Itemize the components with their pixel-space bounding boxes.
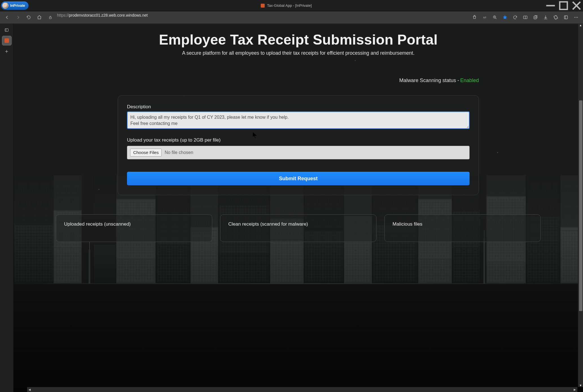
favorite-star-icon[interactable] <box>500 13 510 22</box>
url-scheme: https:// <box>57 13 69 17</box>
choose-files-button[interactable]: Choose Files <box>130 149 162 157</box>
browser-toolbar: https://prodenvstoracc01.z28.web.core.wi… <box>0 11 583 24</box>
avatar <box>2 3 8 9</box>
browser-essentials-icon[interactable] <box>561 13 571 22</box>
vertical-scroll-thumb[interactable] <box>579 100 582 311</box>
horizontal-scrollbar[interactable]: ◀ ▶ <box>27 387 577 392</box>
description-input[interactable] <box>127 111 470 129</box>
forward-button[interactable] <box>13 13 23 22</box>
home-button[interactable] <box>34 13 44 22</box>
file-input[interactable]: Choose Files No file chosen <box>127 146 470 159</box>
tab-favicon-icon <box>5 38 9 43</box>
submit-request-button[interactable]: Submit Request <box>127 172 470 185</box>
window-close-button[interactable] <box>570 0 583 11</box>
scroll-right-arrow-icon[interactable]: ▶ <box>572 387 577 392</box>
site-lock-icon[interactable] <box>46 14 54 21</box>
svg-text:A: A <box>483 16 485 19</box>
description-label: Description <box>127 104 470 110</box>
url-host: prodenvstoracc01.z28.web.core.windows.ne… <box>69 13 148 17</box>
inprivate-profile-pill[interactable]: InPrivate <box>1 1 29 10</box>
page-subtitle: A secure platform for all employees to u… <box>182 50 415 56</box>
panel-malicious-title: Malicious files <box>393 221 422 227</box>
scroll-down-arrow-icon[interactable]: ▼ <box>579 384 582 387</box>
scroll-left-arrow-icon[interactable]: ◀ <box>27 387 32 392</box>
window-maximize-button[interactable] <box>557 0 570 11</box>
upload-label: Upload your tax receipts (up to 2GB per … <box>127 137 470 143</box>
page-viewport: Employee Tax Receipt Submission Portal A… <box>14 24 583 392</box>
extensions-icon[interactable] <box>551 13 560 22</box>
file-status-text: No file chosen <box>165 150 193 155</box>
submission-form-card: Description Upload your tax receipts (up… <box>118 95 479 195</box>
window-title: Tax-Global App - [InPrivate] <box>29 3 544 8</box>
address-bar[interactable]: https://prodenvstoracc01.z28.web.core.wi… <box>45 13 468 22</box>
malware-status-label: Malware Scanning status - <box>399 78 459 83</box>
malware-status-value: Enabled <box>460 78 479 83</box>
svg-point-12 <box>576 17 576 17</box>
collections-icon[interactable] <box>531 13 540 22</box>
panel-clean-title: Clean receipts (scanned for malware) <box>228 221 308 227</box>
svg-point-13 <box>577 17 578 17</box>
vertical-scrollbar[interactable]: ▲ ▼ <box>578 24 583 387</box>
panel-uploaded-title: Uploaded receipts (unscanned) <box>64 221 131 227</box>
read-aloud-icon[interactable]: A <box>480 13 489 22</box>
tabstrip-collapse-icon[interactable] <box>2 25 11 34</box>
shopping-icon[interactable] <box>470 13 479 22</box>
svg-rect-14 <box>5 28 8 31</box>
scroll-up-arrow-icon[interactable]: ▲ <box>579 24 582 27</box>
panel-malicious-files: Malicious files <box>384 214 541 242</box>
panel-clean-receipts: Clean receipts (scanned for malware) <box>220 214 376 242</box>
downloads-icon[interactable] <box>541 13 550 22</box>
svg-rect-10 <box>564 16 567 19</box>
inprivate-label: InPrivate <box>10 4 25 8</box>
back-button[interactable] <box>2 13 12 22</box>
svg-rect-4 <box>49 17 51 19</box>
svg-rect-1 <box>560 2 567 9</box>
sync-icon[interactable] <box>510 13 520 22</box>
window-titlebar: InPrivate Tax-Global App - [InPrivate] <box>0 0 583 11</box>
vertical-tabstrip <box>0 24 14 392</box>
refresh-button[interactable] <box>24 13 33 22</box>
panel-uploaded-receipts: Uploaded receipts (unscanned) <box>56 214 212 242</box>
zoom-icon[interactable] <box>490 13 499 22</box>
url-text[interactable]: https://prodenvstoracc01.z28.web.core.wi… <box>56 13 467 22</box>
settings-more-icon[interactable] <box>571 13 581 22</box>
window-minimize-button[interactable] <box>544 0 557 11</box>
tab-favicon-icon <box>261 4 265 8</box>
svg-point-11 <box>574 17 575 17</box>
vertical-tab-active[interactable] <box>2 36 11 45</box>
malware-status-row: Malware Scanning status - Enabled <box>118 78 479 83</box>
tab-title-text: Tax-Global App - [InPrivate] <box>267 3 312 8</box>
split-screen-icon[interactable] <box>520 13 530 22</box>
new-tab-button[interactable] <box>2 47 11 56</box>
page-title: Employee Tax Receipt Submission Portal <box>159 32 438 48</box>
